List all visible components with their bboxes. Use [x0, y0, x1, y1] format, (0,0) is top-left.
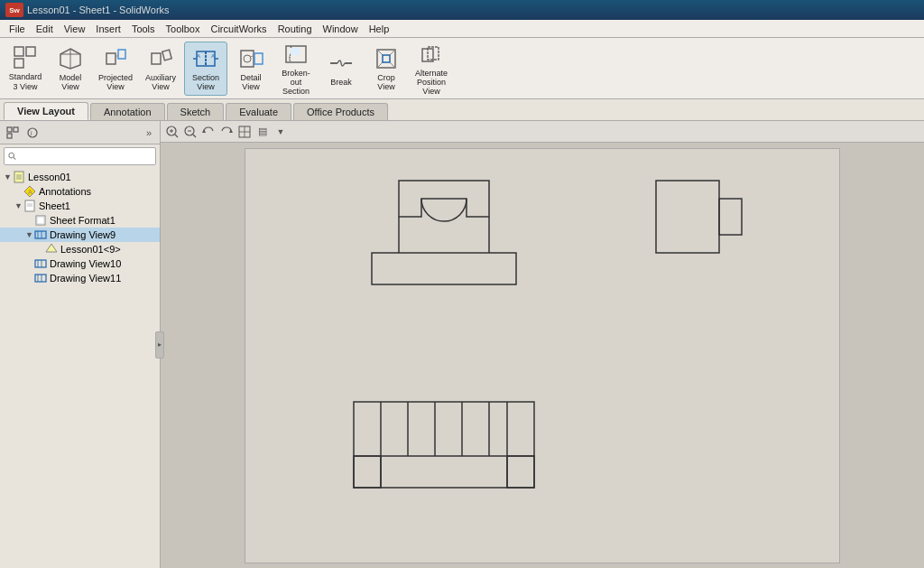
tree-drawing-view10[interactable]: Drawing View10 [0, 256, 160, 271]
svg-marker-54 [46, 244, 57, 252]
view-toolbar: ▤ ▼ [161, 121, 924, 143]
tree-drawing-view10-label: Drawing View10 [50, 258, 121, 269]
menu-bar: FileEditViewInsertToolsToolboxCircuitWor… [0, 20, 924, 38]
tab-sketch[interactable]: Sketch [167, 103, 225, 120]
alternate-position-view-button[interactable]: AlternatePositionView [410, 42, 453, 96]
drawing-canvas[interactable] [161, 143, 924, 568]
bottom-view-svg [349, 393, 539, 501]
menu-item-routing[interactable]: Routing [273, 23, 318, 35]
svg-text:i: i [31, 130, 32, 136]
tab-evaluate[interactable]: Evaluate [226, 103, 291, 120]
svg-rect-73 [372, 253, 516, 284]
svg-text:A: A [28, 189, 32, 195]
right-view-svg [651, 176, 751, 275]
svg-rect-49 [36, 216, 45, 225]
projected-view-button[interactable]: ProjectedView [94, 42, 137, 96]
svg-rect-76 [656, 181, 719, 253]
zoom-to-fit-button[interactable] [164, 124, 180, 140]
break-label: Break [330, 78, 352, 87]
auxiliary-view-button[interactable]: AuxiliaryView [139, 42, 182, 96]
tree-sheet-format1-label: Sheet Format1 [50, 215, 116, 226]
svg-rect-77 [719, 199, 742, 235]
menu-item-insert[interactable]: Insert [90, 23, 126, 35]
svg-text:A: A [197, 53, 200, 59]
expand-panel-button[interactable]: » [142, 126, 156, 140]
main-area: i » ▼ Lesson01 [0, 121, 924, 568]
svg-marker-69 [229, 129, 233, 133]
menu-item-toolbox[interactable]: Toolbox [161, 23, 206, 35]
tree-sheet1-label: Sheet1 [39, 200, 70, 211]
svg-rect-55 [35, 260, 46, 267]
left-panel: i » ▼ Lesson01 [0, 121, 161, 568]
svg-rect-10 [162, 50, 171, 61]
svg-rect-35 [14, 127, 18, 132]
tab-annotation[interactable]: Annotation [90, 103, 165, 120]
section-view-button[interactable]: A A SectionView [184, 42, 227, 96]
svg-rect-22 [291, 48, 300, 55]
display-style-button[interactable]: ▤ [254, 124, 271, 140]
tree-drawing-view11[interactable]: Drawing View11 [0, 271, 160, 285]
tree-sheet-format1[interactable]: Sheet Format1 [0, 213, 160, 228]
model-view-button[interactable]: ModelView [49, 42, 92, 96]
undo-button[interactable] [200, 124, 217, 140]
break-button[interactable]: Break [319, 42, 363, 96]
feature-manager-icon[interactable] [4, 124, 22, 142]
search-box [4, 147, 156, 165]
svg-rect-58 [35, 275, 46, 282]
front-view-svg [363, 172, 525, 298]
svg-point-38 [9, 153, 14, 158]
tab-view-layout[interactable]: View Layout [4, 102, 88, 120]
svg-marker-68 [202, 129, 206, 133]
menu-item-file[interactable]: File [4, 23, 31, 35]
tree-lesson01-9-label: Lesson01<9> [60, 244, 121, 255]
svg-rect-1 [26, 47, 35, 56]
svg-rect-9 [152, 53, 161, 64]
svg-line-39 [14, 157, 15, 159]
menu-item-help[interactable]: Help [364, 23, 395, 35]
zoom-in-button[interactable] [182, 124, 199, 140]
tab-office-products[interactable]: Office Products [293, 103, 388, 120]
svg-rect-7 [118, 50, 125, 59]
main-toolbar: Standard3 View ModelView ProjectedView [0, 38, 924, 99]
search-input[interactable] [19, 152, 152, 162]
app-title: Lesson01 - Sheet1 - SolidWorks [27, 5, 170, 15]
solidworks-logo: Sw [5, 3, 23, 17]
svg-line-28 [377, 62, 383, 68]
drawing-sheet [245, 148, 840, 563]
tree-drawing-view9[interactable]: ▼ Drawing View9 [0, 228, 160, 242]
svg-line-26 [377, 50, 383, 55]
panel-collapse-handle[interactable]: ▸ [155, 331, 164, 358]
broken-out-section-button[interactable]: Broken-outSection [274, 42, 318, 96]
feature-tree: ▼ Lesson01 A Annotations [0, 168, 160, 568]
svg-point-18 [244, 55, 251, 62]
property-manager-icon[interactable]: i [23, 124, 42, 142]
detail-view-button[interactable]: DetailView [229, 42, 273, 96]
tree-sheet1[interactable]: ▼ Sheet1 [0, 199, 160, 213]
svg-line-27 [390, 50, 395, 55]
svg-line-62 [175, 135, 178, 137]
standard-3-view-button[interactable]: Standard3 View [4, 42, 47, 96]
tree-drawing-view9-label: Drawing View9 [50, 229, 116, 240]
svg-line-66 [193, 135, 196, 137]
crop-view-button[interactable]: CropView [365, 42, 408, 96]
svg-rect-17 [241, 51, 254, 67]
svg-line-29 [390, 62, 395, 68]
tree-annotations-label: Annotations [39, 186, 91, 197]
svg-rect-34 [7, 134, 12, 138]
svg-rect-33 [7, 127, 12, 132]
tree-lesson01[interactable]: ▼ Lesson01 [0, 170, 160, 184]
menu-item-window[interactable]: Window [318, 23, 364, 35]
menu-item-view[interactable]: View [59, 23, 91, 35]
tab-row: View Layout Annotation Sketch Evaluate O… [0, 99, 924, 121]
title-bar: Sw Lesson01 - Sheet1 - SolidWorks [0, 0, 924, 20]
menu-item-tools[interactable]: Tools [126, 23, 161, 35]
tree-annotations[interactable]: A Annotations [0, 184, 160, 199]
tree-lesson01-label: Lesson01 [28, 172, 71, 182]
tree-lesson01-9[interactable]: Lesson01<9> [0, 242, 160, 256]
menu-item-circuitworks[interactable]: CircuitWorks [205, 23, 272, 35]
view-more-button[interactable]: ▼ [273, 124, 289, 140]
svg-point-36 [28, 128, 37, 137]
redo-button[interactable] [218, 124, 235, 140]
menu-item-edit[interactable]: Edit [31, 23, 59, 35]
view-orientation-button[interactable] [236, 124, 253, 140]
